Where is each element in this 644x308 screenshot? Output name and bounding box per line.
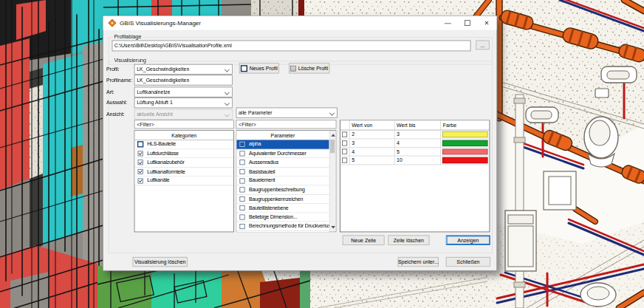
row-checkbox[interactable] xyxy=(342,158,347,163)
delete-profile-icon xyxy=(290,66,296,72)
parameters-filter-input[interactable]: <Filter> xyxy=(236,120,337,129)
ansicht-label: Ansicht: xyxy=(106,112,125,117)
list-item[interactable]: Bauteillistenebene xyxy=(236,204,329,213)
color-swatch[interactable] xyxy=(442,140,487,146)
list-item[interactable]: Luftkanäle xyxy=(134,177,233,185)
maximize-button[interactable] xyxy=(458,16,478,30)
close-icon: ✕ xyxy=(484,20,490,27)
table-header-row: Wert von Wert bis Farbe xyxy=(340,120,490,131)
white-pipe xyxy=(514,95,525,308)
column-header: Wert von xyxy=(350,120,395,130)
profil-combobox[interactable]: LK_Geschwindigkeiten xyxy=(134,64,233,75)
categories-list: Kategorien HLS-Bauteile Luftdurchlässe L… xyxy=(134,130,234,232)
categories-filter-input[interactable]: <Filter> xyxy=(134,120,234,129)
profilname-input[interactable]: LK_Geschwindigkeiten xyxy=(134,75,233,86)
chevron-down-icon xyxy=(225,89,230,95)
parameters-list-content: Parameter alpha Äquivalenter Durchmesser… xyxy=(236,131,329,232)
anzeigen-button[interactable]: Anzeigen xyxy=(446,236,490,245)
minimize-button[interactable] xyxy=(438,16,458,30)
checkbox[interactable] xyxy=(240,224,245,229)
chevron-down-icon xyxy=(225,100,230,106)
profile-path-input[interactable]: C:\Users\Bill\Desktop\GBIS\Visualisation… xyxy=(112,41,471,52)
checkbox[interactable] xyxy=(240,169,245,174)
color-swatch[interactable] xyxy=(442,157,487,163)
checkbox[interactable] xyxy=(138,151,143,156)
column-header: Wert bis xyxy=(394,120,441,130)
checkbox[interactable] xyxy=(138,160,143,165)
visualisierung-loeschen-button[interactable]: Visualisierung löschen xyxy=(133,257,188,267)
list-item[interactable]: HLS-Bauteile xyxy=(134,140,233,149)
parameters-list: Parameter alpha Äquivalenter Durchmesser… xyxy=(236,130,337,232)
art-combobox[interactable]: Luftkanalnetze xyxy=(134,87,233,97)
row-checkbox[interactable] xyxy=(342,140,347,146)
checkbox[interactable] xyxy=(240,178,245,183)
profil-label: Profil: xyxy=(106,66,120,72)
loesche-profil-button[interactable]: Lösche Profil xyxy=(289,63,329,73)
checkbox[interactable] xyxy=(240,142,245,147)
maximize-icon xyxy=(465,20,470,26)
checkbox[interactable] xyxy=(240,214,245,219)
list-item-selected[interactable]: alpha xyxy=(236,140,329,149)
zeile-loeschen-button[interactable]: Zeile löschen xyxy=(388,236,429,245)
checkbox[interactable] xyxy=(240,151,245,156)
browse-button[interactable]: ... xyxy=(476,41,489,50)
dialog-titlebar[interactable]: GBIS Visualisierungs-Manager ✕ xyxy=(103,16,497,30)
list-item[interactable]: Berechnungsmethode für Druckverlust xyxy=(236,222,329,231)
app-icon xyxy=(109,19,117,27)
top-strip xyxy=(103,0,304,16)
checkbox[interactable] xyxy=(138,178,143,183)
scroll-thumb[interactable] xyxy=(330,140,335,153)
checkbox[interactable] xyxy=(138,169,143,174)
row-checkbox[interactable] xyxy=(342,149,347,154)
list-item[interactable]: Baugruppenbeschreibung xyxy=(236,185,329,194)
color-swatch[interactable] xyxy=(442,148,487,154)
table-row[interactable]: 4 5 xyxy=(340,148,490,157)
new-profile-icon xyxy=(241,65,247,72)
checkbox[interactable] xyxy=(240,196,245,202)
chevron-down-icon xyxy=(225,112,230,117)
visualisierung-label: Visualisierung xyxy=(112,58,148,64)
list-item[interactable]: Luftkanalformteile xyxy=(134,168,233,177)
row-checkbox[interactable] xyxy=(342,132,347,137)
art-label: Art: xyxy=(106,89,114,95)
schliessen-button[interactable]: Schließen xyxy=(446,257,490,267)
list-item[interactable]: Äquivalenter Durchmesser xyxy=(236,149,329,158)
checkbox-column-header xyxy=(340,120,350,130)
value-table: Wert von Wert bis Farbe 2 3 3 4 4 5 5 10 xyxy=(340,120,490,232)
list-item[interactable]: Aussenradius xyxy=(236,158,329,167)
dialog-gbis-visualisierungs-manager: GBIS Visualisierungs-Manager ✕ Profilabl… xyxy=(103,16,497,271)
checkbox[interactable] xyxy=(240,205,245,211)
list-item[interactable]: Luftdurchlässe xyxy=(134,149,233,158)
checkbox[interactable] xyxy=(240,188,245,193)
list-item[interactable]: Luftkanalzubehör xyxy=(134,158,233,167)
close-button[interactable]: ✕ xyxy=(478,16,498,30)
parameters-header: Parameter xyxy=(236,131,329,140)
table-row[interactable]: 5 10 xyxy=(340,157,490,165)
profilname-label: Profilname: xyxy=(106,77,132,83)
list-item[interactable]: Bauelement xyxy=(236,177,329,185)
list-item[interactable]: Beschreibung xyxy=(236,231,329,232)
table-row[interactable]: 2 3 xyxy=(340,131,490,140)
scroll-down-icon[interactable] xyxy=(331,226,335,229)
color-swatch[interactable] xyxy=(442,131,487,137)
auswahl-combobox[interactable]: Lüftung Abluft 1 xyxy=(134,97,233,108)
table-row[interactable]: 3 4 xyxy=(340,139,490,148)
chevron-down-icon xyxy=(225,67,230,72)
chevron-down-icon xyxy=(329,110,335,115)
neues-profil-button[interactable]: Neues Profil xyxy=(239,63,279,73)
checkbox[interactable] xyxy=(137,141,143,147)
categories-header: Kategorien xyxy=(134,131,233,140)
scrollbar[interactable] xyxy=(329,131,336,232)
list-item[interactable]: Basisbauteil xyxy=(236,168,329,177)
checkbox[interactable] xyxy=(240,160,245,165)
scroll-up-icon[interactable] xyxy=(331,134,335,137)
list-item[interactable]: Baugruppenkennzeichen xyxy=(236,195,329,204)
ansicht-combobox[interactable]: aktuelle Ansicht xyxy=(134,109,233,120)
auswahl-label: Auswahl: xyxy=(106,100,127,106)
dialog-title: GBIS Visualisierungs-Manager xyxy=(120,20,201,26)
list-item[interactable]: Beliebige Dimension... xyxy=(236,213,329,222)
neue-zeile-button[interactable]: Neue Zeile xyxy=(343,236,385,245)
profilablage-label: Profilablage xyxy=(112,34,143,40)
speichern-unter-button[interactable]: Speichern unter... xyxy=(398,257,439,267)
parameter-mode-combobox[interactable]: alle Parameter xyxy=(236,108,338,118)
